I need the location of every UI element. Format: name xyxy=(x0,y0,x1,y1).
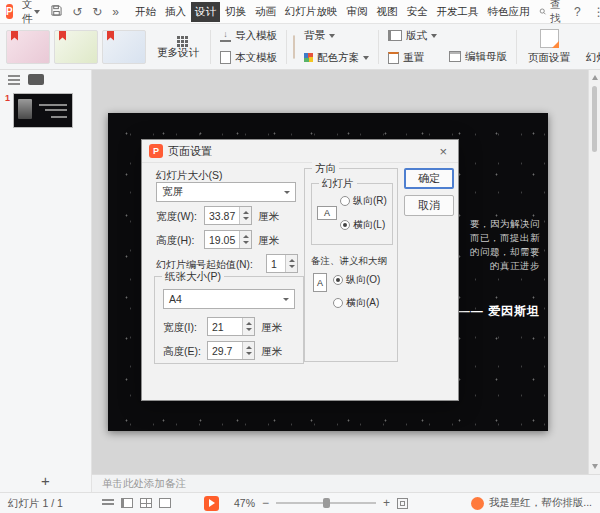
close-icon[interactable]: × xyxy=(435,144,451,159)
slide-landscape-label: 横向(L) xyxy=(353,218,385,232)
statusbar: 幻灯片 1 / 1 47% − + 我是星红，帮你排版... xyxy=(0,492,600,513)
tab-view[interactable]: 视图 xyxy=(372,2,401,22)
paper-height-spinner[interactable] xyxy=(242,342,254,359)
zoom-slider-thumb[interactable] xyxy=(323,498,330,508)
vertical-scrollbar[interactable] xyxy=(588,70,600,474)
tab-animation[interactable]: 动画 xyxy=(251,2,280,22)
color-scheme-button[interactable]: 配色方案 xyxy=(301,49,372,67)
width-input[interactable]: 33.87 xyxy=(204,206,252,225)
template-thumbnail[interactable] xyxy=(102,30,146,64)
paper-size-group: 纸张大小(P) A4 宽度(I): 21 厘米 高度(E): 29.7 厘米 xyxy=(154,276,304,364)
thumb-text-line xyxy=(39,104,67,106)
zoom-in-icon[interactable]: + xyxy=(383,497,390,509)
import-template-button[interactable]: ↓ 导入模板 xyxy=(217,27,280,45)
scroll-up-icon[interactable] xyxy=(592,75,598,80)
help-icon[interactable]: ? xyxy=(572,6,583,18)
titlebar-right: 查找 ? ⋮ xyxy=(539,0,600,26)
scrollbar-thumb[interactable] xyxy=(592,86,597,152)
tab-devtools[interactable]: 开发工具 xyxy=(432,2,482,22)
tab-security[interactable]: 安全 xyxy=(402,2,431,22)
slide-size-select[interactable]: 宽屏 xyxy=(156,182,296,202)
radio-checked-icon xyxy=(333,275,343,285)
ribbon-tabs: 开始 插入 设计 切换 动画 幻灯片放映 审阅 视图 安全 开发工具 特色应用 xyxy=(131,2,534,22)
slide-number-start-value: 1 xyxy=(267,255,285,272)
unit-label: 厘米 xyxy=(261,345,282,359)
thumbnail-view-icon[interactable] xyxy=(28,74,44,85)
page-setup-icon xyxy=(540,29,559,48)
height-input[interactable]: 19.05 xyxy=(204,230,252,249)
overflow-menu-icon[interactable]: ⋮ xyxy=(591,6,600,18)
page-setup-button[interactable]: 页面设置 xyxy=(523,27,575,67)
tab-slideshow[interactable]: 幻灯片放映 xyxy=(281,2,342,22)
cancel-button[interactable]: 取消 xyxy=(404,195,454,216)
paper-height-value: 29.7 xyxy=(208,342,242,359)
chevron-down-icon xyxy=(284,191,290,194)
document-icon xyxy=(220,51,231,64)
width-spinner[interactable] xyxy=(239,207,251,224)
scroll-down-icon[interactable] xyxy=(592,464,598,469)
more-commands-icon[interactable]: » xyxy=(110,6,121,18)
text-template-button[interactable]: 本文模板 xyxy=(217,49,280,67)
notes-landscape-radio[interactable]: 横向(A) xyxy=(333,296,379,310)
reset-button[interactable]: 重置 xyxy=(385,49,440,67)
slide-size-button[interactable]: 幻灯片大小 xyxy=(581,27,600,67)
paper-height-input[interactable]: 29.7 xyxy=(207,341,255,360)
template-thumbnail[interactable] xyxy=(54,30,98,64)
height-spinner[interactable] xyxy=(239,231,251,248)
slide-number-start-input[interactable]: 1 xyxy=(266,254,298,273)
tab-review[interactable]: 审阅 xyxy=(342,2,371,22)
paper-size-select[interactable]: A4 xyxy=(163,289,295,309)
play-slideshow-button[interactable] xyxy=(204,496,219,511)
edit-master-button[interactable]: 编辑母版 xyxy=(446,48,510,66)
notes-landscape-label: 横向(A) xyxy=(346,296,379,310)
slide-attribution: —— 爱因斯坦 xyxy=(458,303,540,320)
slide-sorter-view-icon[interactable] xyxy=(140,498,152,508)
paper-width-spinner[interactable] xyxy=(242,318,254,335)
outline-view-icon[interactable] xyxy=(8,75,20,85)
download-icon: ↓ xyxy=(220,30,231,42)
slide-landscape-radio[interactable]: 横向(L) xyxy=(340,218,385,232)
paper-height-label: 高度(E): xyxy=(163,345,201,359)
notes-portrait-radio[interactable]: 纵向(O) xyxy=(333,273,380,287)
assistant-area[interactable]: 我是星红，帮你排版... xyxy=(471,493,592,513)
orientation-group: 方向 幻灯片 A 纵向(R) 横向(L) 备注、讲义和大纲 A xyxy=(304,168,398,362)
normal-view-icon[interactable] xyxy=(121,498,133,508)
undo-icon[interactable]: ↺ xyxy=(70,6,84,18)
tab-insert[interactable]: 插入 xyxy=(161,2,190,22)
tab-transition[interactable]: 切换 xyxy=(221,2,250,22)
zoom-percentage[interactable]: 47% xyxy=(234,497,255,509)
more-designs-button[interactable]: 更多设计 xyxy=(152,31,204,62)
wps-logo-icon[interactable]: P xyxy=(6,4,13,19)
notes-bar[interactable]: 单击此处添加备注 xyxy=(92,474,600,492)
paper-size-legend: 纸张大小(P) xyxy=(162,270,224,282)
orientation-legend: 方向 xyxy=(312,162,339,174)
tab-special[interactable]: 特色应用 xyxy=(483,2,533,22)
zoom-out-icon[interactable]: − xyxy=(262,497,269,509)
background-button[interactable]: 背景 xyxy=(301,27,372,45)
notes-toggle-icon[interactable] xyxy=(102,499,114,507)
layout-button[interactable]: 版式 xyxy=(385,27,440,45)
paper-width-input[interactable]: 21 xyxy=(207,317,255,336)
slide-portrait-radio[interactable]: 纵向(R) xyxy=(340,194,387,208)
reading-view-icon[interactable] xyxy=(159,498,171,508)
template-thumbnail[interactable] xyxy=(6,30,50,64)
redo-icon[interactable]: ↻ xyxy=(90,6,104,18)
thumb-text-line xyxy=(51,116,67,118)
tab-design[interactable]: 设计 xyxy=(191,2,220,22)
color-scheme-label: 配色方案 xyxy=(317,51,359,65)
premium-badge-icon xyxy=(11,31,18,41)
dialog-titlebar[interactable]: P 页面设置 × xyxy=(142,140,458,163)
slide-number-spinner[interactable] xyxy=(285,255,297,272)
notes-portrait-label: 纵向(O) xyxy=(346,273,380,287)
zoom-slider[interactable] xyxy=(276,497,376,509)
slide-text-line: 要，因为解决问 xyxy=(470,217,540,231)
height-value: 19.05 xyxy=(205,231,239,248)
tab-home[interactable]: 开始 xyxy=(131,2,160,22)
add-slide-button[interactable]: + xyxy=(0,472,91,490)
save-icon[interactable] xyxy=(49,5,64,18)
slide-size-label: 幻灯片大小 xyxy=(586,51,600,65)
fit-to-window-icon[interactable] xyxy=(397,498,408,509)
slide-1-thumbnail[interactable] xyxy=(13,93,73,128)
search-button[interactable]: 查找 xyxy=(539,0,564,26)
ok-button[interactable]: 确定 xyxy=(404,168,454,189)
